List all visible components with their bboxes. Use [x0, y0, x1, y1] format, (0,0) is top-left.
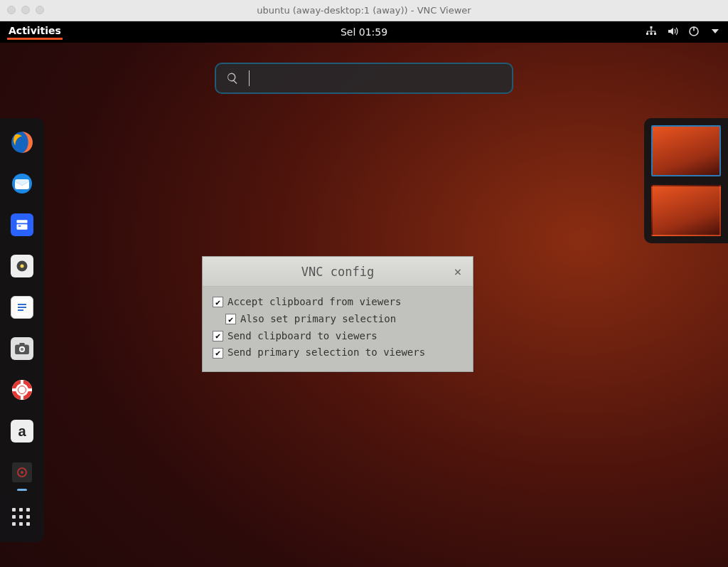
vnc-option-set-primary-selection[interactable]: ✔ Also set primary selection	[213, 311, 464, 328]
dock: a	[0, 118, 44, 542]
mac-titlebar: ubuntu (away-desktop:1 (away)) - VNC Vie…	[0, 0, 728, 21]
libreoffice-writer-icon	[11, 296, 33, 319]
apps-grid-icon	[12, 508, 32, 528]
vnc-option-label: Accept clipboard from viewers	[228, 294, 401, 311]
dock-item-amazon[interactable]: a	[9, 418, 35, 444]
system-tray[interactable]	[646, 26, 721, 39]
close-icon: ×	[454, 264, 462, 279]
svg-rect-10	[18, 226, 21, 227]
search-input[interactable]	[245, 72, 502, 85]
gnome-top-bar: Activities Sel 01:59	[0, 21, 728, 43]
show-applications-button[interactable]	[9, 505, 35, 531]
vnc-option-label: Also set primary selection	[240, 311, 396, 328]
mac-zoom-button[interactable]	[36, 6, 44, 14]
vnc-config-body: ✔ Accept clipboard from viewers ✔ Also s…	[203, 287, 473, 371]
overview-search[interactable]	[215, 63, 513, 94]
clock[interactable]: Sel 01:59	[341, 26, 387, 38]
vnc-config-icon	[12, 462, 32, 482]
dock-item-libreoffice-writer[interactable]	[9, 295, 35, 320]
svg-rect-14	[18, 304, 26, 305]
svg-point-12	[21, 265, 24, 268]
rhythmbox-icon	[11, 255, 33, 277]
caret-down-icon[interactable]	[710, 26, 721, 39]
mac-window: ubuntu (away-desktop:1 (away)) - VNC Vie…	[0, 0, 728, 567]
svg-point-20	[21, 348, 24, 351]
screenshot-icon	[11, 337, 33, 360]
checkbox-icon[interactable]: ✔	[213, 297, 223, 307]
checkbox-icon[interactable]: ✔	[213, 348, 223, 359]
dock-item-firefox[interactable]	[9, 129, 35, 155]
dock-item-help[interactable]	[9, 377, 35, 403]
vnc-option-send-clipboard[interactable]: ✔ Send clipboard to viewers	[213, 328, 464, 345]
network-icon[interactable]	[646, 26, 657, 39]
vnc-config-title: VNC config	[301, 265, 374, 279]
dock-item-files[interactable]	[9, 212, 35, 238]
files-icon	[11, 213, 33, 236]
svg-rect-5	[693, 26, 695, 31]
svg-rect-1	[646, 33, 648, 35]
volume-icon[interactable]	[667, 26, 678, 39]
workspace-thumb-1[interactable]	[651, 125, 721, 176]
vnc-config-window[interactable]: VNC config × ✔ Accept clipboard from vie…	[202, 256, 473, 372]
mac-close-button[interactable]	[7, 6, 16, 14]
checkbox-icon[interactable]: ✔	[213, 331, 223, 341]
checkbox-icon[interactable]: ✔	[225, 314, 236, 324]
workspace-switcher	[644, 118, 728, 243]
dock-item-thunderbird[interactable]	[9, 171, 35, 196]
amazon-icon: a	[11, 420, 33, 443]
thunderbird-icon	[11, 172, 33, 195]
vnc-option-accept-clipboard[interactable]: ✔ Accept clipboard from viewers	[213, 294, 464, 311]
svg-rect-3	[654, 33, 656, 35]
workspace-thumb-2[interactable]	[651, 185, 721, 236]
mac-traffic-lights[interactable]	[7, 6, 44, 14]
svg-point-24	[18, 386, 26, 394]
firefox-icon	[10, 130, 34, 154]
activities-label: Activities	[7, 22, 63, 39]
close-button[interactable]: ×	[451, 265, 464, 278]
svg-rect-18	[19, 343, 24, 346]
search-icon	[226, 72, 239, 85]
svg-rect-15	[18, 307, 26, 308]
svg-rect-2	[651, 33, 653, 35]
svg-rect-8	[17, 220, 28, 223]
ubuntu-desktop: Activities Sel 01:59	[0, 21, 728, 567]
vnc-option-send-primary-selection[interactable]: ✔ Send primary selection to viewers	[213, 344, 464, 361]
dock-item-screenshot[interactable]	[9, 336, 35, 361]
svg-rect-9	[17, 224, 28, 230]
mac-window-title: ubuntu (away-desktop:1 (away)) - VNC Vie…	[257, 5, 471, 16]
dock-item-vnc-config[interactable]	[9, 460, 35, 485]
svg-rect-16	[18, 309, 23, 311]
vnc-config-titlebar[interactable]: VNC config ×	[203, 257, 473, 287]
vnc-option-label: Send clipboard to viewers	[228, 328, 378, 345]
svg-rect-0	[651, 26, 653, 28]
help-icon	[11, 378, 33, 401]
vnc-option-label: Send primary selection to viewers	[228, 344, 425, 361]
dock-item-rhythmbox[interactable]	[9, 253, 35, 279]
mac-minimize-button[interactable]	[21, 6, 30, 14]
power-icon[interactable]	[688, 26, 700, 39]
activities-button[interactable]: Activities	[7, 25, 63, 40]
svg-point-26	[21, 471, 23, 474]
text-caret	[249, 70, 250, 86]
